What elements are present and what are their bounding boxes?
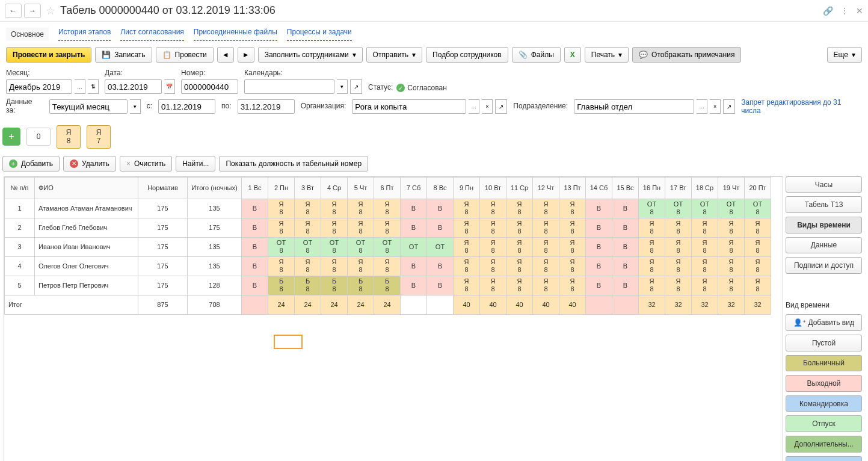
dept-clear-icon[interactable]: × bbox=[710, 99, 721, 114]
post-and-close-button[interactable]: Провести и закрыть bbox=[6, 47, 91, 63]
day-cell[interactable]: Я8 bbox=[374, 256, 401, 276]
day-cell[interactable]: Я8 bbox=[321, 256, 348, 276]
day-cell[interactable]: В bbox=[242, 256, 268, 276]
day-cell[interactable]: В bbox=[242, 276, 268, 295]
day-cell[interactable]: В bbox=[612, 218, 639, 237]
type-sick-button[interactable]: Больничный bbox=[786, 355, 862, 372]
day-cell[interactable]: Я8 bbox=[480, 237, 506, 256]
calendar-icon[interactable]: 📅 bbox=[164, 79, 175, 94]
dept-input[interactable] bbox=[574, 99, 694, 114]
day-cell[interactable]: Я8 bbox=[665, 237, 692, 256]
calendar-input[interactable] bbox=[244, 79, 334, 94]
day-cell[interactable]: Я8 bbox=[480, 199, 506, 218]
table-row[interactable]: 3Иванов Иван Иванович175135ВОТ8ОТ8ОТ8ОТ8… bbox=[5, 237, 771, 256]
day-cell[interactable]: Я8 bbox=[480, 256, 506, 276]
day-cell[interactable]: Я8 bbox=[268, 256, 295, 276]
day-cell[interactable]: Я8 bbox=[718, 218, 745, 237]
day-cell[interactable]: В bbox=[612, 237, 639, 256]
day-cell[interactable]: Я8 bbox=[718, 256, 745, 276]
excel-export-icon[interactable]: X bbox=[564, 47, 581, 63]
day-cell[interactable]: ОТ8 bbox=[348, 237, 374, 256]
side-t13-button[interactable]: Табель Т13 bbox=[786, 196, 862, 213]
col-day-17[interactable]: 17 Вт bbox=[665, 177, 692, 199]
side-data-button[interactable]: Данные bbox=[786, 237, 862, 254]
day-cell[interactable]: ОТ8 bbox=[718, 199, 745, 218]
day-cell[interactable]: Я8 bbox=[745, 256, 771, 276]
day-cell[interactable]: В bbox=[612, 256, 639, 276]
col-day-19[interactable]: 19 Чт bbox=[718, 177, 745, 199]
calendar-dropdown-icon[interactable]: ▾ bbox=[337, 79, 348, 94]
zero-badge[interactable]: 0 bbox=[26, 128, 51, 146]
day-cell[interactable]: Я8 bbox=[745, 218, 771, 237]
side-time-types-button[interactable]: Виды времени bbox=[786, 217, 862, 234]
day-cell[interactable]: ОТ8 bbox=[268, 237, 295, 256]
col-day-5[interactable]: 5 Чт bbox=[348, 177, 374, 199]
day-cell[interactable]: В bbox=[427, 218, 454, 237]
col-day-3[interactable]: 3 Вт bbox=[295, 177, 321, 199]
col-day-10[interactable]: 10 Вт bbox=[480, 177, 506, 199]
help-icon[interactable]: ⋮ bbox=[840, 6, 849, 16]
day-cell[interactable]: Я8 bbox=[559, 276, 586, 295]
day-cell[interactable]: ОТ bbox=[401, 237, 427, 256]
day-cell[interactable]: Я8 bbox=[718, 237, 745, 256]
delete-row-button[interactable]: Удалить bbox=[63, 156, 116, 172]
clear-button[interactable]: ×Очистить bbox=[120, 156, 172, 172]
day-cell[interactable]: Я8 bbox=[454, 199, 480, 218]
favorite-star-icon[interactable]: ☆ bbox=[46, 4, 55, 17]
day-cell[interactable]: ОТ8 bbox=[639, 199, 665, 218]
day-cell[interactable]: Я8 bbox=[692, 218, 718, 237]
col-day-7[interactable]: 7 Сб bbox=[401, 177, 427, 199]
day-cell[interactable]: ОТ8 bbox=[745, 199, 771, 218]
table-row[interactable]: 5Петров Петр Петрович175128ВБ8Б8Б8Б8Б8ВВ… bbox=[5, 276, 771, 295]
edit-lock-link[interactable]: Запрет редактирования до 31 числа bbox=[741, 98, 862, 115]
col-day-4[interactable]: 4 Ср bbox=[321, 177, 348, 199]
col-day-20[interactable]: 20 Пт bbox=[745, 177, 771, 199]
col-day-8[interactable]: 8 Вс bbox=[427, 177, 454, 199]
tab-processes-tasks[interactable]: Процессы и задачи bbox=[287, 28, 352, 41]
add-row-button[interactable]: Добавить bbox=[2, 156, 60, 172]
link-icon[interactable]: 🔗 bbox=[823, 6, 833, 16]
send-button[interactable]: Отправить ▾ bbox=[366, 47, 423, 63]
col-total[interactable]: Итого (ночных) bbox=[188, 177, 242, 199]
date-input[interactable] bbox=[105, 79, 162, 94]
day-cell[interactable]: Б8 bbox=[348, 276, 374, 295]
day-cell[interactable]: Я8 bbox=[374, 218, 401, 237]
day-cell[interactable]: Я8 bbox=[665, 256, 692, 276]
col-day-2[interactable]: 2 Пн bbox=[268, 177, 295, 199]
post-button[interactable]: 📋Провести bbox=[156, 47, 214, 63]
dept-more-icon[interactable]: … bbox=[697, 99, 707, 114]
cell-fio[interactable]: Глебов Глеб Глебович bbox=[35, 218, 138, 237]
day-cell[interactable]: Б8 bbox=[268, 276, 295, 295]
col-norm[interactable]: Норматив bbox=[138, 177, 188, 199]
day-cell[interactable]: Я8 bbox=[559, 218, 586, 237]
day-cell[interactable]: Я8 bbox=[268, 218, 295, 237]
side-signatures-button[interactable]: Подписи и доступ bbox=[786, 257, 862, 274]
find-button[interactable]: Найти... bbox=[176, 156, 215, 172]
col-day-15[interactable]: 15 Вс bbox=[612, 177, 639, 199]
day-cell[interactable]: В bbox=[612, 276, 639, 295]
col-day-16[interactable]: 16 Пн bbox=[639, 177, 665, 199]
nav-forward-button[interactable]: → bbox=[24, 4, 41, 18]
day-cell[interactable]: Я8 bbox=[321, 218, 348, 237]
col-day-6[interactable]: 6 Пт bbox=[374, 177, 401, 199]
col-day-1[interactable]: 1 Вс bbox=[242, 177, 268, 199]
day-cell[interactable]: ОТ bbox=[427, 237, 454, 256]
day-cell[interactable]: В bbox=[586, 237, 612, 256]
day-cell[interactable]: Я8 bbox=[348, 218, 374, 237]
day-cell[interactable]: Я8 bbox=[454, 276, 480, 295]
day-cell[interactable]: Я8 bbox=[559, 256, 586, 276]
from-input[interactable] bbox=[158, 99, 215, 114]
print-button[interactable]: Печать ▾ bbox=[585, 47, 629, 63]
day-cell[interactable]: Я8 bbox=[533, 256, 559, 276]
day-cell[interactable]: В bbox=[427, 276, 454, 295]
day-cell[interactable]: Я8 bbox=[745, 237, 771, 256]
day-cell[interactable]: Я8 bbox=[268, 199, 295, 218]
org-popup-icon[interactable]: ↗ bbox=[495, 99, 507, 114]
day-cell[interactable]: Я8 bbox=[533, 218, 559, 237]
day-cell[interactable]: Я8 bbox=[639, 276, 665, 295]
cell-fio[interactable]: Олегов Олег Олегович bbox=[35, 256, 138, 276]
cell-fio[interactable]: Атаманов Атаман Атаманович bbox=[35, 199, 138, 218]
save-button[interactable]: 💾Записать bbox=[95, 47, 152, 63]
day-cell[interactable]: Я8 bbox=[692, 256, 718, 276]
day-cell[interactable]: ОТ8 bbox=[321, 237, 348, 256]
